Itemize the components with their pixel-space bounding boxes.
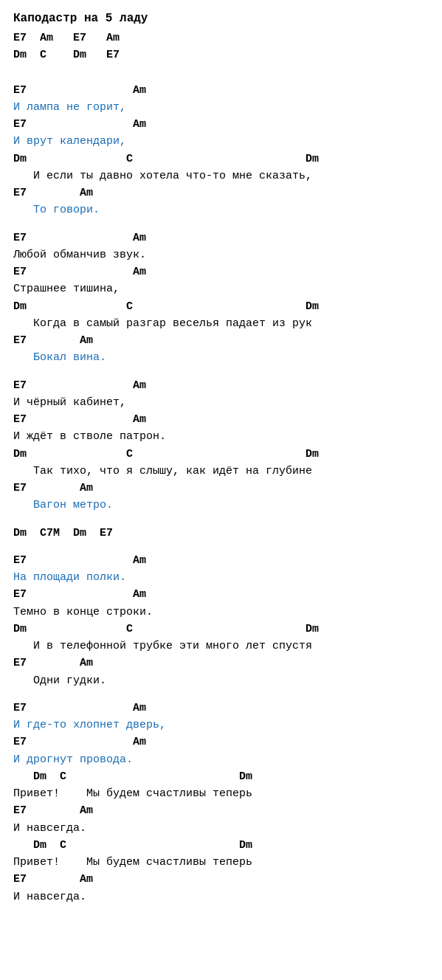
lyric-colored-line: И где-то хлопнет дверь, xyxy=(13,717,429,734)
lyric-line: Любой обманчив звук. xyxy=(13,246,429,263)
chords-line: E7 Am xyxy=(13,411,429,428)
chords-line: E7 Am xyxy=(13,552,429,569)
lyric-line: И если ты давно хотела что-то мне сказат… xyxy=(13,168,429,184)
lyric-colored-line: Вагон метро. xyxy=(13,497,429,514)
chords-line: Dm C Dm E7 xyxy=(13,46,429,63)
verse-block: E7 AmИ чёрный кабинет,E7 AmИ ждёт в ство… xyxy=(13,377,429,514)
chords-line: E7 Am xyxy=(13,263,429,280)
lyric-colored-line: И дрогнут провода. xyxy=(13,751,429,768)
chords-line: E7 Am xyxy=(13,734,429,750)
lyric-line: И навсегда. xyxy=(13,820,429,837)
lyric-colored-line: То говори. xyxy=(13,201,429,218)
chords-line: Dm C7M Dm E7 xyxy=(13,525,429,542)
chords-line: E7 Am xyxy=(13,377,429,394)
song-container: Каподастр на 5 ладу E7 Am E7 AmDm C Dm E… xyxy=(13,12,429,905)
chords-line: Dm C Dm xyxy=(13,768,429,785)
lyric-colored-line: И врут календари, xyxy=(13,133,429,150)
chords-line: E7 Am xyxy=(13,82,429,99)
lyric-line: Привет! Мы будем счастливы теперь xyxy=(13,854,429,871)
lyric-colored-line: На площади полки. xyxy=(13,569,429,586)
chords-line: E7 Am xyxy=(13,480,429,497)
chords-line: E7 Am xyxy=(13,116,429,133)
chords-line: E7 Am xyxy=(13,655,429,672)
chords-line: E7 Am xyxy=(13,871,429,888)
chords-line: E7 Am E7 Am xyxy=(13,30,429,46)
lyric-line: И навсегда. xyxy=(13,888,429,905)
chords-line: Dm C Dm xyxy=(13,837,429,854)
verse-block: E7 AmНа площади полки.E7 AmТемно в конце… xyxy=(13,552,429,689)
lyric-line: Страшнее тишина, xyxy=(13,280,429,297)
lyric-line: Когда в самый разгар веселья падает из р… xyxy=(13,315,429,332)
chords-line: E7 Am xyxy=(13,802,429,819)
chords-line: Dm C Dm xyxy=(13,298,429,315)
header-chords-block: E7 Am E7 AmDm C Dm E7 xyxy=(13,30,429,64)
lyric-line: Одни гудки. xyxy=(13,672,429,689)
chords-line: E7 Am xyxy=(13,230,429,246)
verse-block: E7 AmЛюбой обманчив звук.E7 AmСтрашнее т… xyxy=(13,230,429,367)
verse-block: E7 AmИ где-то хлопнет дверь,E7 AmИ дрогн… xyxy=(13,700,429,905)
lyric-line: Привет! Мы будем счастливы теперь xyxy=(13,785,429,802)
chords-line: E7 Am xyxy=(13,586,429,603)
verse-block: Dm C7M Dm E7 xyxy=(13,525,429,542)
lyric-colored-line: И лампа не горит, xyxy=(13,99,429,116)
chords-line: Dm C Dm xyxy=(13,151,429,168)
chords-line: Dm C Dm xyxy=(13,446,429,463)
verse-block: E7 AmИ лампа не горит,E7 AmИ врут календ… xyxy=(13,82,429,219)
chords-line: E7 Am xyxy=(13,184,429,201)
chords-line: E7 Am xyxy=(13,332,429,349)
chords-line: E7 Am xyxy=(13,700,429,717)
lyric-line: И в телефонной трубке эти много лет спус… xyxy=(13,638,429,655)
lyric-line: И чёрный кабинет, xyxy=(13,394,429,411)
lyric-line: И ждёт в стволе патрон. xyxy=(13,428,429,445)
lyric-line: Так тихо, что я слышу, как идёт на глуби… xyxy=(13,463,429,480)
chords-line: Dm C Dm xyxy=(13,621,429,638)
lyric-colored-line: Бокал вина. xyxy=(13,349,429,366)
lyric-line: Темно в конце строки. xyxy=(13,604,429,621)
song-title: Каподастр на 5 ладу xyxy=(13,12,429,25)
